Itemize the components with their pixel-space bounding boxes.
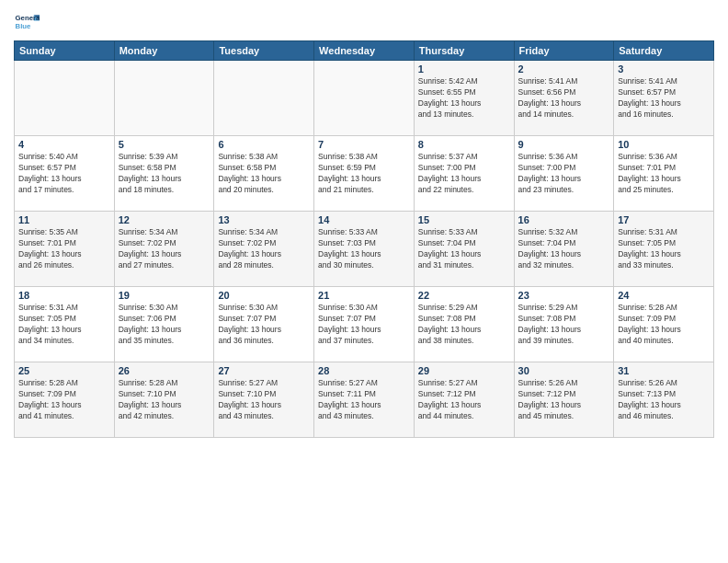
calendar-cell <box>15 61 115 136</box>
cell-content: Sunrise: 5:32 AM Sunset: 7:04 PM Dayligh… <box>518 227 610 271</box>
calendar-cell: 31Sunrise: 5:26 AM Sunset: 7:13 PM Dayli… <box>614 362 714 438</box>
calendar-cell <box>314 61 415 136</box>
calendar-cell: 11Sunrise: 5:35 AM Sunset: 7:01 PM Dayli… <box>15 212 115 287</box>
cell-content: Sunrise: 5:39 AM Sunset: 6:58 PM Dayligh… <box>119 152 210 196</box>
logo: General Blue <box>14 9 40 35</box>
calendar-week-row: 11Sunrise: 5:35 AM Sunset: 7:01 PM Dayli… <box>15 212 714 287</box>
calendar-cell: 7Sunrise: 5:38 AM Sunset: 6:59 PM Daylig… <box>314 136 415 212</box>
cell-content: Sunrise: 5:42 AM Sunset: 6:55 PM Dayligh… <box>418 76 510 121</box>
day-number: 19 <box>119 290 210 301</box>
calendar-cell: 22Sunrise: 5:29 AM Sunset: 7:08 PM Dayli… <box>414 287 514 362</box>
calendar-cell: 5Sunrise: 5:39 AM Sunset: 6:58 PM Daylig… <box>114 136 214 212</box>
calendar-cell: 1Sunrise: 5:42 AM Sunset: 6:55 PM Daylig… <box>414 61 514 136</box>
svg-text:Blue: Blue <box>16 22 32 30</box>
day-number: 22 <box>418 290 510 301</box>
calendar-cell: 27Sunrise: 5:27 AM Sunset: 7:10 PM Dayli… <box>214 362 314 438</box>
day-number: 21 <box>318 290 410 301</box>
calendar-cell: 23Sunrise: 5:29 AM Sunset: 7:08 PM Dayli… <box>514 287 614 362</box>
calendar-cell: 9Sunrise: 5:36 AM Sunset: 7:00 PM Daylig… <box>514 136 614 212</box>
cell-content: Sunrise: 5:38 AM Sunset: 6:59 PM Dayligh… <box>318 152 410 196</box>
calendar-cell: 19Sunrise: 5:30 AM Sunset: 7:06 PM Dayli… <box>114 287 214 362</box>
calendar-header-row: SundayMondayTuesdayWednesdayThursdayFrid… <box>15 41 714 61</box>
cell-content: Sunrise: 5:27 AM Sunset: 7:11 PM Dayligh… <box>318 378 410 422</box>
column-header-sunday: Sunday <box>15 41 115 61</box>
day-number: 18 <box>18 290 110 301</box>
day-number: 27 <box>218 365 310 376</box>
calendar-cell: 4Sunrise: 5:40 AM Sunset: 6:57 PM Daylig… <box>15 136 115 212</box>
header: General Blue <box>14 9 714 35</box>
day-number: 5 <box>119 139 210 150</box>
day-number: 6 <box>218 139 310 150</box>
calendar-cell: 17Sunrise: 5:31 AM Sunset: 7:05 PM Dayli… <box>614 212 714 287</box>
column-header-wednesday: Wednesday <box>314 41 415 61</box>
calendar-cell: 6Sunrise: 5:38 AM Sunset: 6:58 PM Daylig… <box>214 136 314 212</box>
cell-content: Sunrise: 5:38 AM Sunset: 6:58 PM Dayligh… <box>218 152 310 196</box>
day-number: 16 <box>518 214 610 225</box>
cell-content: Sunrise: 5:40 AM Sunset: 6:57 PM Dayligh… <box>18 152 110 196</box>
calendar-cell: 13Sunrise: 5:34 AM Sunset: 7:02 PM Dayli… <box>214 212 314 287</box>
calendar-week-row: 1Sunrise: 5:42 AM Sunset: 6:55 PM Daylig… <box>15 61 714 136</box>
cell-content: Sunrise: 5:33 AM Sunset: 7:03 PM Dayligh… <box>318 227 410 271</box>
day-number: 17 <box>618 214 710 225</box>
calendar-cell: 28Sunrise: 5:27 AM Sunset: 7:11 PM Dayli… <box>314 362 415 438</box>
cell-content: Sunrise: 5:34 AM Sunset: 7:02 PM Dayligh… <box>119 227 210 271</box>
cell-content: Sunrise: 5:36 AM Sunset: 7:01 PM Dayligh… <box>618 152 710 196</box>
day-number: 13 <box>218 214 310 225</box>
cell-content: Sunrise: 5:29 AM Sunset: 7:08 PM Dayligh… <box>518 303 610 347</box>
day-number: 26 <box>119 365 210 376</box>
calendar-cell <box>114 61 214 136</box>
column-header-saturday: Saturday <box>614 41 714 61</box>
logo-icon: General Blue <box>14 9 40 35</box>
cell-content: Sunrise: 5:41 AM Sunset: 6:56 PM Dayligh… <box>518 76 610 121</box>
cell-content: Sunrise: 5:33 AM Sunset: 7:04 PM Dayligh… <box>418 227 510 271</box>
day-number: 11 <box>18 214 110 225</box>
day-number: 4 <box>18 139 110 150</box>
svg-text:General: General <box>16 14 40 22</box>
column-header-monday: Monday <box>114 41 214 61</box>
day-number: 2 <box>518 63 610 75</box>
cell-content: Sunrise: 5:28 AM Sunset: 7:09 PM Dayligh… <box>18 378 110 422</box>
calendar-cell: 24Sunrise: 5:28 AM Sunset: 7:09 PM Dayli… <box>614 287 714 362</box>
day-number: 1 <box>418 63 510 75</box>
cell-content: Sunrise: 5:30 AM Sunset: 7:06 PM Dayligh… <box>119 303 210 347</box>
cell-content: Sunrise: 5:30 AM Sunset: 7:07 PM Dayligh… <box>318 303 410 347</box>
cell-content: Sunrise: 5:35 AM Sunset: 7:01 PM Dayligh… <box>18 227 110 271</box>
calendar-week-row: 4Sunrise: 5:40 AM Sunset: 6:57 PM Daylig… <box>15 136 714 212</box>
column-header-thursday: Thursday <box>414 41 514 61</box>
day-number: 28 <box>318 365 410 376</box>
calendar-cell: 2Sunrise: 5:41 AM Sunset: 6:56 PM Daylig… <box>514 61 614 136</box>
cell-content: Sunrise: 5:41 AM Sunset: 6:57 PM Dayligh… <box>618 76 710 121</box>
day-number: 14 <box>318 214 410 225</box>
day-number: 8 <box>418 139 510 150</box>
day-number: 15 <box>418 214 510 225</box>
cell-content: Sunrise: 5:34 AM Sunset: 7:02 PM Dayligh… <box>218 227 310 271</box>
cell-content: Sunrise: 5:29 AM Sunset: 7:08 PM Dayligh… <box>418 303 510 347</box>
column-header-friday: Friday <box>514 41 614 61</box>
calendar-cell: 10Sunrise: 5:36 AM Sunset: 7:01 PM Dayli… <box>614 136 714 212</box>
cell-content: Sunrise: 5:26 AM Sunset: 7:12 PM Dayligh… <box>518 378 610 422</box>
day-number: 23 <box>518 290 610 301</box>
day-number: 25 <box>18 365 110 376</box>
day-number: 20 <box>218 290 310 301</box>
day-number: 30 <box>518 365 610 376</box>
day-number: 12 <box>119 214 210 225</box>
calendar-cell: 3Sunrise: 5:41 AM Sunset: 6:57 PM Daylig… <box>614 61 714 136</box>
calendar-table: SundayMondayTuesdayWednesdayThursdayFrid… <box>14 40 714 438</box>
calendar-cell: 25Sunrise: 5:28 AM Sunset: 7:09 PM Dayli… <box>15 362 115 438</box>
calendar-week-row: 25Sunrise: 5:28 AM Sunset: 7:09 PM Dayli… <box>15 362 714 438</box>
calendar-cell: 16Sunrise: 5:32 AM Sunset: 7:04 PM Dayli… <box>514 212 614 287</box>
cell-content: Sunrise: 5:26 AM Sunset: 7:13 PM Dayligh… <box>618 378 710 422</box>
day-number: 9 <box>518 139 610 150</box>
calendar-cell: 18Sunrise: 5:31 AM Sunset: 7:05 PM Dayli… <box>15 287 115 362</box>
day-number: 24 <box>618 290 710 301</box>
cell-content: Sunrise: 5:37 AM Sunset: 7:00 PM Dayligh… <box>418 152 510 196</box>
day-number: 7 <box>318 139 410 150</box>
calendar-cell: 20Sunrise: 5:30 AM Sunset: 7:07 PM Dayli… <box>214 287 314 362</box>
calendar-cell: 14Sunrise: 5:33 AM Sunset: 7:03 PM Dayli… <box>314 212 415 287</box>
cell-content: Sunrise: 5:27 AM Sunset: 7:10 PM Dayligh… <box>218 378 310 422</box>
cell-content: Sunrise: 5:36 AM Sunset: 7:00 PM Dayligh… <box>518 152 610 196</box>
calendar-cell: 15Sunrise: 5:33 AM Sunset: 7:04 PM Dayli… <box>414 212 514 287</box>
day-number: 29 <box>418 365 510 376</box>
cell-content: Sunrise: 5:28 AM Sunset: 7:10 PM Dayligh… <box>119 378 210 422</box>
cell-content: Sunrise: 5:31 AM Sunset: 7:05 PM Dayligh… <box>618 227 710 271</box>
